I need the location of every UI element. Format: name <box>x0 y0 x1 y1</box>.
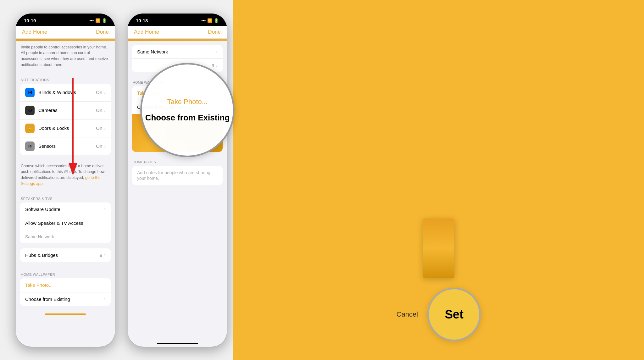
list-item[interactable]: ⊞ Blinds & Windows On › <box>20 84 111 102</box>
phone1-wrapper: 10:19 ▪▪▪ 🛜 🔋 Add Home Done Invite peopl… <box>0 0 121 360</box>
signal-icon: ▪▪▪ <box>89 18 94 23</box>
cancel-button[interactable]: Cancel <box>397 310 418 318</box>
wifi-icon: 🛜 <box>207 18 212 23</box>
phone2-orange-bar <box>128 39 227 41</box>
p2-notes-card: Add notes for people who are sharing you… <box>132 166 223 185</box>
hubs-bridges-label: Hubs & Bridges <box>25 252 100 258</box>
right-panel: Cancel Set <box>233 0 644 360</box>
wallpaper-preview <box>423 219 454 278</box>
list-item[interactable]: ⊙ Cameras On › <box>20 102 111 119</box>
p2-same-network-label: Same Network <box>137 49 216 54</box>
phone2-done-btn[interactable]: Done <box>208 29 221 35</box>
p2-hubs-value: 9 <box>212 63 214 68</box>
phone1-orange-bar <box>16 39 115 41</box>
hubs-bridges-value: 9 <box>100 252 102 258</box>
p2-notes-label: HOME NOTES <box>132 157 223 166</box>
phone1-speakers-group: Software Update › Allow Speaker & TV Acc… <box>20 202 111 243</box>
doors-value: On <box>96 125 102 131</box>
phone2-status-bar: 10:18 ▪▪▪ 🛜 🔋 <box>128 14 227 26</box>
cameras-label: Cameras <box>38 108 96 113</box>
battery-icon: 🔋 <box>214 18 219 23</box>
settings-link[interactable]: go to the Settings app. <box>21 175 101 186</box>
chevron-icon: › <box>104 207 106 212</box>
phone1-content: Invite people to control accessories in … <box>16 41 115 347</box>
phone1-status-icons: ▪▪▪ 🛜 🔋 <box>89 18 107 23</box>
software-update-label: Software Update <box>25 207 104 212</box>
sensors-label: Sensors <box>38 143 96 149</box>
list-item[interactable]: 🔒 Doors & Locks On › <box>20 119 111 137</box>
software-update-item[interactable]: Software Update › <box>20 202 111 216</box>
phone1-wallpaper-label: HOME WALLPAPER <box>16 267 115 278</box>
chevron-icon: › <box>104 108 106 113</box>
phone1-notifications-group: ⊞ Blinds & Windows On › ⊙ Cameras On › 🔒… <box>20 84 111 155</box>
blinds-icon: ⊞ <box>25 88 35 97</box>
bottom-actions: Cancel Set <box>233 288 644 341</box>
phone2-home-indicator <box>157 343 198 344</box>
p2-notes-placeholder: Add notes for people who are sharing you… <box>137 170 210 181</box>
blinds-label: Blinds & Windows <box>38 90 96 95</box>
take-photo-text: Take Photo... <box>25 282 53 288</box>
choose-existing-label: Choose from Existing <box>25 296 104 302</box>
phone2-nav-bar: Add Home Done <box>128 26 227 39</box>
cameras-icon: ⊙ <box>25 106 35 115</box>
phone1: 10:19 ▪▪▪ 🛜 🔋 Add Home Done Invite peopl… <box>16 14 115 347</box>
phone1-notif-desc: Choose which accessories in your home de… <box>16 160 115 191</box>
phone1-time: 10:19 <box>24 18 36 23</box>
phone2: 10:18 ▪▪▪ 🛜 🔋 Add Home Done Same Network… <box>128 14 227 347</box>
phone2-status-icons: ▪▪▪ 🛜 🔋 <box>201 18 219 23</box>
blinds-value: On <box>96 90 102 95</box>
take-photo-row[interactable]: Take Photo... <box>20 278 111 292</box>
phone2-add-home-btn[interactable]: Add Home <box>134 29 159 35</box>
chevron-icon: › <box>216 63 218 68</box>
phone1-add-home-btn[interactable]: Add Home <box>22 29 47 35</box>
sensors-icon: ≋ <box>25 141 35 151</box>
p2-home-notes: HOME NOTES Add notes for people who are … <box>132 157 223 185</box>
phone1-invite-text: Invite people to control accessories in … <box>16 41 115 72</box>
chevron-icon: › <box>216 49 218 54</box>
chevron-icon: › <box>104 296 106 302</box>
doors-label: Doors & Locks <box>38 125 96 131</box>
set-button[interactable]: Set <box>427 288 481 341</box>
magnify-choose-existing[interactable]: Choose from Existing <box>145 113 230 123</box>
battery-icon: 🔋 <box>102 18 107 23</box>
same-network-item[interactable]: Same Network <box>20 230 111 243</box>
phone1-status-bar: 10:19 ▪▪▪ 🛜 🔋 <box>16 14 115 26</box>
chevron-icon: › <box>104 126 106 131</box>
allow-speaker-item[interactable]: Allow Speaker & TV Access <box>20 216 111 230</box>
phone1-done-btn[interactable]: Done <box>96 29 109 35</box>
bottom-indicator <box>45 313 86 315</box>
sensors-value: On <box>96 143 102 149</box>
magnify-circle: Take Photo... Choose from Existing <box>140 63 235 157</box>
allow-speaker-label: Allow Speaker & TV Access <box>25 220 106 226</box>
same-network-label: Same Network <box>25 234 106 239</box>
p2-same-network-row[interactable]: Same Network › <box>132 45 223 59</box>
set-label: Set <box>445 308 464 321</box>
doors-icon: 🔒 <box>25 124 35 133</box>
signal-icon: ▪▪▪ <box>201 18 206 23</box>
phone2-wrapper: 10:18 ▪▪▪ 🛜 🔋 Add Home Done Same Network… <box>121 0 233 360</box>
phone2-time: 10:18 <box>136 18 148 23</box>
cameras-value: On <box>96 108 102 113</box>
chevron-icon: › <box>104 252 106 258</box>
choose-existing-row[interactable]: Choose from Existing › <box>20 292 111 306</box>
phone1-nav-bar: Add Home Done <box>16 26 115 39</box>
hubs-bridges-row[interactable]: Hubs & Bridges 9 › <box>20 248 111 262</box>
phone1-speakers-label: SPEAKERS & TVS <box>16 191 115 202</box>
wifi-icon: 🛜 <box>95 18 100 23</box>
phone1-notifications-label: NOTIFICATIONS <box>16 72 115 84</box>
chevron-icon: › <box>104 144 106 149</box>
magnify-take-photo[interactable]: Take Photo... <box>167 98 208 106</box>
list-item[interactable]: ≋ Sensors On › <box>20 137 111 155</box>
chevron-icon: › <box>104 90 106 95</box>
